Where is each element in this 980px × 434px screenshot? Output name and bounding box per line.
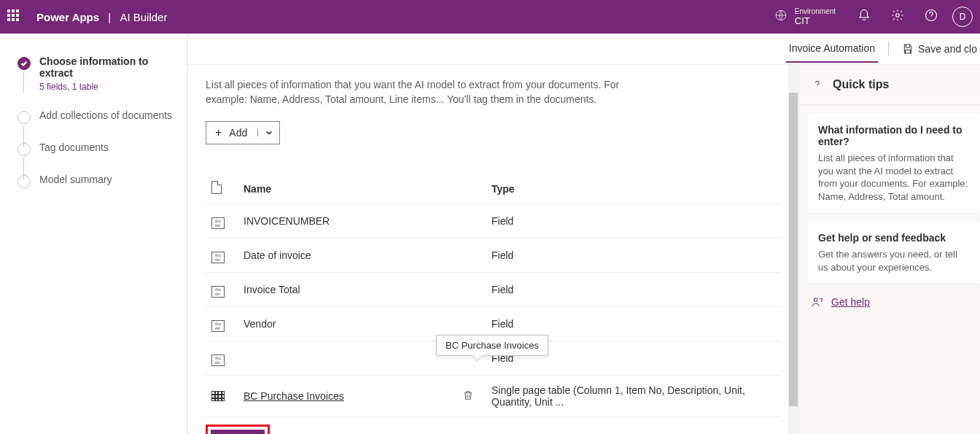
- app-title: Power Apps | AI Builder: [36, 11, 167, 23]
- add-label: Add: [229, 127, 257, 139]
- fields-table: Name Type Abcdef INVOICENUMBER Field: [206, 174, 781, 417]
- title-separator: |: [108, 11, 111, 23]
- field-type: Single page table (Column 1, Item No, De…: [486, 376, 781, 417]
- text-field-icon: Abcdef: [211, 320, 225, 332]
- field-name: Date of invoice: [238, 239, 456, 273]
- column-name[interactable]: Name: [238, 174, 456, 204]
- table-row[interactable]: Abcdef INVOICENUMBER Field: [206, 204, 781, 239]
- text-field-icon: Abcdef: [211, 354, 225, 366]
- table-link[interactable]: BC Purchase Invoices: [244, 390, 344, 402]
- highlight-frame: Next: [206, 425, 270, 434]
- app-header: Power Apps | AI Builder Environment CIT …: [0, 0, 980, 34]
- tooltip: BC Purchase Invoices: [436, 335, 548, 356]
- field-name: [238, 341, 456, 376]
- tips-heading: Quick tips: [799, 65, 980, 105]
- svg-point-3: [814, 298, 818, 302]
- column-icon: [206, 174, 238, 204]
- environment-picker[interactable]: Environment CIT: [774, 7, 836, 26]
- app-name: Power Apps: [36, 11, 99, 23]
- quick-tips-panel: Quick tips What information do I need to…: [799, 65, 980, 434]
- plus-icon: +: [206, 126, 229, 139]
- step-title: Choose information to extract: [39, 55, 179, 79]
- tip-title: What information do I need to enter?: [818, 124, 970, 147]
- environment-label: Environment: [795, 7, 836, 15]
- save-label: Save and clo: [918, 43, 977, 55]
- tip-card: Get help or send feedback Get the answer…: [808, 222, 980, 284]
- table-row[interactable]: BC Purchase Invoices Single page table (…: [206, 376, 781, 417]
- step-add-collections[interactable]: Add collections of documents: [18, 109, 179, 124]
- step-choose-info[interactable]: Choose information to extract 5 fields, …: [18, 55, 179, 92]
- environment-icon: [774, 9, 788, 25]
- table-row[interactable]: Abcdef Invoice Total Field: [206, 273, 781, 307]
- save-and-close-button[interactable]: Save and clo: [899, 36, 980, 62]
- environment-value: CIT: [795, 15, 836, 26]
- svg-point-1: [896, 14, 900, 18]
- wizard-steps: Choose information to extract 5 fields, …: [0, 34, 188, 434]
- step-meta: 5 fields, 1 table: [39, 82, 179, 92]
- step-pending-icon: [18, 175, 31, 188]
- step-title: Tag documents: [39, 142, 109, 153]
- model-name-tab[interactable]: Invoice Automation: [786, 35, 878, 63]
- notifications-icon[interactable]: [858, 9, 871, 25]
- get-help-link[interactable]: Get help: [831, 296, 870, 308]
- settings-icon[interactable]: [891, 9, 904, 25]
- intro-text: List all pieces of information that you …: [206, 78, 629, 106]
- text-field-icon: Abcdef: [211, 252, 225, 263]
- scrollbar[interactable]: [788, 65, 798, 434]
- step-model-summary[interactable]: Model summary: [18, 174, 179, 188]
- step-title: Model summary: [39, 174, 112, 185]
- field-type: Field: [486, 239, 781, 273]
- delete-button[interactable]: [456, 376, 486, 417]
- tips-heading-text: Quick tips: [833, 78, 889, 91]
- text-field-icon: Abcdef: [211, 217, 225, 229]
- command-bar: Invoice Automation Save and clo: [188, 34, 980, 64]
- table-field-icon: [211, 391, 225, 401]
- help-icon[interactable]: [925, 9, 938, 25]
- question-icon: [811, 78, 824, 91]
- avatar[interactable]: D: [952, 7, 973, 27]
- app-section: AI Builder: [120, 11, 167, 23]
- field-name: BC Purchase Invoices: [238, 376, 456, 417]
- fields-panel: List all pieces of information that you …: [188, 65, 799, 434]
- field-name: Invoice Total: [238, 273, 456, 307]
- add-dropdown[interactable]: [257, 129, 279, 136]
- step-done-icon: [18, 57, 31, 70]
- app-launcher-icon[interactable]: [7, 9, 22, 24]
- save-icon: [902, 43, 914, 55]
- step-pending-icon: [18, 143, 31, 156]
- table-row[interactable]: Abcdef Date of invoice Field: [206, 239, 781, 273]
- divider: [888, 42, 889, 56]
- column-type[interactable]: Type: [486, 174, 781, 204]
- tip-body: List all pieces of information that you …: [818, 152, 970, 203]
- tip-card: What information do I need to enter? Lis…: [808, 114, 980, 213]
- step-tag-documents[interactable]: Tag documents: [18, 142, 179, 156]
- tip-title: Get help or send feedback: [818, 232, 970, 244]
- add-button[interactable]: + Add: [206, 121, 280, 144]
- tip-body: Get the answers you need, or tell us abo…: [818, 248, 970, 274]
- field-name: Vendor: [238, 307, 456, 341]
- get-help-row: Get help: [799, 284, 980, 320]
- field-type: Field: [486, 204, 781, 239]
- next-button[interactable]: Next: [211, 430, 265, 434]
- person-help-icon: [811, 295, 824, 309]
- step-title: Add collections of documents: [39, 109, 172, 121]
- step-pending-icon: [18, 111, 31, 124]
- field-name: INVOICENUMBER: [238, 204, 456, 239]
- document-icon: [211, 181, 222, 194]
- text-field-icon: Abcdef: [211, 286, 225, 298]
- field-type: Field: [486, 273, 781, 307]
